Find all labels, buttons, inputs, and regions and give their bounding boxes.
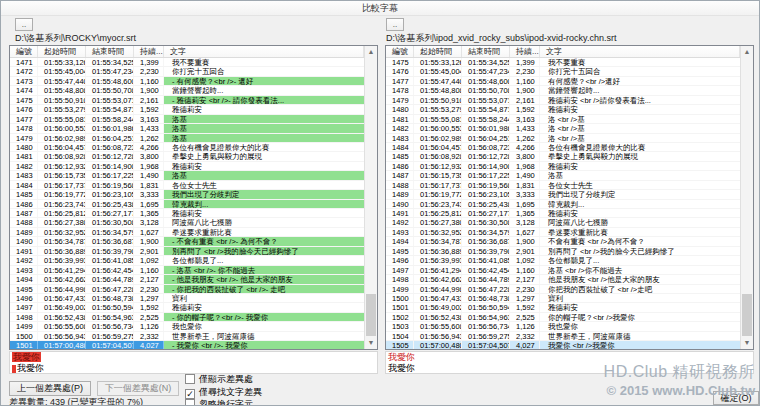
- subtitle-row[interactable]: 148601:56:12,93201:56:14,9001,968雅德莉安: [386, 162, 740, 171]
- subtitle-row[interactable]: 149401:56:42,66201:56:44,7892,127- 他是我朋友…: [10, 275, 364, 284]
- subtitle-row[interactable]: 148301:56:15,73501:56:17,2251,490洛基: [10, 171, 364, 180]
- subtitle-row[interactable]: 147301:55:47,44001:55:48,6001,160- 有何感覺？…: [10, 77, 364, 86]
- subtitle-row[interactable]: 147101:55:33,12601:55:34,5251,399我不要重賽: [10, 58, 364, 67]
- subtitle-row[interactable]: 148501:56:08,92801:56:12,7283,800拳擊史上勇氣與…: [386, 152, 740, 161]
- cell-end: 01:57:04,507: [462, 341, 510, 349]
- subtitle-row[interactable]: 147801:55:48,80801:55:50,7081,900當鐘聲響起時.…: [386, 86, 740, 95]
- subtitle-row[interactable]: 148001:55:53,27901:55:54,8711,592雅德莉安: [386, 105, 740, 114]
- subtitle-row[interactable]: 148901:56:19,77201:56:23,1053,333我們出現了分歧…: [386, 190, 740, 199]
- subtitle-row[interactable]: 147501:55:50,91001:55:53,0712,161- 雅德莉安 …: [10, 96, 364, 105]
- cell-text: 各位有機會見證最偉大的比賽: [540, 143, 740, 151]
- scrollbar-thumb[interactable]: [742, 294, 752, 336]
- subtitle-row[interactable]: 149901:56:44,99801:56:47,2282,230你把我的西裝扯…: [386, 285, 740, 294]
- subtitle-row[interactable]: 147801:56:00,55301:56:01,9861,433洛基: [10, 124, 364, 133]
- subtitle-row[interactable]: 149501:56:36,88901:56:39,7902,901別再問了 <b…: [386, 247, 740, 256]
- right-scrollbar[interactable]: ▲ ▼: [740, 46, 753, 349]
- subtitle-row[interactable]: 149001:56:34,78701:56:36,6871,900- 不會有重賽…: [10, 237, 364, 246]
- subtitle-row[interactable]: 148801:56:17,73701:56:19,5681,831各位女士先生: [386, 181, 740, 190]
- column-header-duration[interactable]: 持續...: [510, 46, 540, 57]
- subtitle-row[interactable]: 149101:56:36,88901:56:39,7902,901別再問了 <b…: [10, 247, 364, 256]
- subtitle-row[interactable]: 148601:56:23,74301:56:25,4381,695韓克裁判...: [10, 200, 364, 209]
- scroll-down-icon[interactable]: ▼: [365, 337, 377, 349]
- subtitle-row[interactable]: 149801:56:42,66201:56:44,7892,127他是我朋友 <…: [386, 275, 740, 284]
- subtitle-row[interactable]: 148301:56:02,98901:56:04,2511,262洛 <br /…: [386, 134, 740, 143]
- subtitle-row[interactable]: 148201:56:00,55301:56:01,9861,433洛 <br /…: [386, 124, 740, 133]
- column-header-start[interactable]: 起始時間: [38, 46, 86, 57]
- subtitle-row[interactable]: 148401:56:17,73701:56:19,5681,831各位女士先生: [10, 181, 364, 190]
- subtitle-row[interactable]: 149901:56:55,60801:56:56,7341,126我也愛你: [10, 322, 364, 331]
- subtitle-row[interactable]: 149101:56:25,81201:56:27,1771,365雅德莉安: [386, 209, 740, 218]
- checkbox-ignore-linebreaks[interactable]: 忽略換行字元: [185, 399, 253, 406]
- subtitle-row[interactable]: 149001:56:23,74301:56:25,4381,695韓克裁判...: [386, 200, 740, 209]
- subtitle-row[interactable]: 148101:55:55,08101:55:58,2443,163洛 <br /…: [386, 115, 740, 124]
- cell-dur: 2,230: [510, 285, 540, 293]
- checkbox-icon[interactable]: [185, 399, 195, 406]
- left-scrollbar[interactable]: ▲ ▼: [364, 46, 377, 349]
- subtitle-row[interactable]: 148001:56:04,45701:56:08,7234,266各位有機會見證…: [10, 143, 364, 152]
- checkbox-show-only-differences[interactable]: 僅顯示差異處: [185, 374, 253, 385]
- subtitle-row[interactable]: 148101:56:08,92801:56:12,7283,800拳擊史上勇氣與…: [10, 152, 364, 161]
- subtitle-row[interactable]: 147401:55:48,80801:55:50,7081,900當鐘聲響起時.…: [10, 86, 364, 95]
- subtitle-row[interactable]: 147501:55:33,12601:55:34,5251,399我不要重賽: [386, 58, 740, 67]
- subtitle-row[interactable]: 150401:56:56,94301:56:59,2752,332世界新拳王，阿…: [386, 332, 740, 341]
- column-header-end[interactable]: 結束時間: [86, 46, 134, 57]
- scroll-up-icon[interactable]: ▲: [741, 46, 753, 58]
- subtitle-row[interactable]: 149201:56:39,99301:56:41,0851,092各位都聽見了.…: [10, 256, 364, 265]
- scroll-down-icon[interactable]: ▼: [741, 337, 753, 349]
- subtitle-row[interactable]: 149401:56:34,78701:56:36,6871,900不會有重賽 <…: [386, 237, 740, 246]
- column-header-id[interactable]: 編號: [10, 46, 38, 57]
- cell-id: 1473: [10, 77, 38, 85]
- subtitle-row[interactable]: 147601:55:53,27901:55:54,8711,592雅德莉安: [10, 105, 364, 114]
- column-header-start[interactable]: 起始時間: [414, 46, 462, 57]
- browse-right-button[interactable]: ..: [386, 18, 404, 31]
- column-header-duration[interactable]: 持續...: [134, 46, 164, 57]
- subtitle-row[interactable]: 148901:56:32,95201:56:34,5791,627拳迷要求重新比…: [10, 228, 364, 237]
- subtitle-row[interactable]: 149601:56:39,99301:56:41,0851,092各位都聽見了.…: [386, 256, 740, 265]
- subtitle-row[interactable]: 149201:56:27,38001:56:30,5083,128阿波羅八比七獲…: [386, 218, 740, 227]
- subtitle-row[interactable]: 148701:56:15,73501:56:17,2251,490洛基: [386, 171, 740, 180]
- subtitle-row[interactable]: 149301:56:32,95201:56:34,5791,627拳迷要求重新比…: [386, 228, 740, 237]
- subtitle-row[interactable]: 149301:56:41,29401:56:42,4541,160- 洛基 <b…: [10, 266, 364, 275]
- subtitle-row[interactable]: 150101:56:49,00201:56:50,5941,592雅德莉安: [386, 303, 740, 312]
- cell-end: 01:56:50,594: [86, 303, 134, 311]
- browse-left-button[interactable]: ..: [15, 18, 33, 31]
- ok-button[interactable]: 確定(O): [713, 391, 759, 405]
- subtitle-row[interactable]: 148401:56:04,45701:56:08,7234,266各位有機會見證…: [386, 143, 740, 152]
- subtitle-row[interactable]: 149601:56:47,43301:56:48,7301,297寶利: [10, 294, 364, 303]
- subtitle-row[interactable]: 148501:56:19,77201:56:23,1053,333我們出現了分歧…: [10, 190, 364, 199]
- subtitle-row[interactable]: 147601:55:45,00401:55:47,2342,230你打完十五回合: [386, 67, 740, 76]
- subtitle-row[interactable]: 150001:56:56,94301:56:59,2752,332世界新拳王，阿…: [10, 332, 364, 341]
- scrollbar-thumb[interactable]: [366, 294, 376, 336]
- subtitle-row[interactable]: 149501:56:44,99801:56:47,2282,230- 你把我的西…: [10, 285, 364, 294]
- subtitle-row[interactable]: 147701:55:55,08101:55:58,2443,163洛基: [10, 115, 364, 124]
- scroll-up-icon[interactable]: ▲: [365, 46, 377, 58]
- subtitle-row[interactable]: 149701:56:49,00201:56:50,5941,592雅德莉安: [10, 303, 364, 312]
- column-header-text[interactable]: 文字: [164, 46, 364, 57]
- column-header-id[interactable]: 編號: [386, 46, 414, 57]
- checkbox-icon[interactable]: [185, 374, 195, 384]
- subtitle-row[interactable]: 148801:56:27,38001:56:30,5083,128阿波羅八比七獲…: [10, 218, 364, 227]
- subtitle-row[interactable]: 150101:57:00,48001:57:04,5074,027- 我愛你 <…: [10, 341, 364, 350]
- previous-difference-button[interactable]: 上一個差異處(P): [9, 381, 91, 396]
- subtitle-row[interactable]: 148701:56:25,81201:56:27,1771,365雅德莉安: [10, 209, 364, 218]
- subtitle-row[interactable]: 150501:57:00,48001:57:04,5074,027我愛你 <br…: [386, 341, 740, 350]
- checkbox-icon[interactable]: [185, 389, 195, 399]
- subtitle-row[interactable]: 150201:56:52,43801:56:54,9632,525你的帽子呢？<…: [386, 313, 740, 322]
- diff-plain-text: 我愛你: [388, 363, 415, 373]
- subtitle-row[interactable]: 150001:56:47,43301:56:48,7301,297寶利: [386, 294, 740, 303]
- cell-end: 01:56:25,438: [86, 200, 134, 208]
- subtitle-row[interactable]: 147201:55:45,00401:55:47,2342,230你打完十五回合: [10, 67, 364, 76]
- subtitle-row[interactable]: 149701:56:41,29401:56:42,4541,160洛基 <br …: [386, 266, 740, 275]
- subtitle-row[interactable]: 149801:56:52,43801:56:54,9632,525- 你的帽子呢…: [10, 313, 364, 322]
- cell-end: 01:55:48,600: [462, 77, 510, 85]
- checkbox-only-text-differences[interactable]: 僅尋找文字差異: [185, 387, 262, 398]
- column-header-end[interactable]: 結束時間: [462, 46, 510, 57]
- subtitle-row[interactable]: 147701:55:47,44001:55:48,6001,160有何感覺？<b…: [386, 77, 740, 86]
- cell-end: 01:56:41,085: [462, 256, 510, 264]
- next-difference-button[interactable]: 下一個差異處(N): [97, 381, 179, 396]
- subtitle-row[interactable]: 150301:56:55,60801:56:56,7341,126我也愛你: [386, 322, 740, 331]
- subtitle-row[interactable]: 147901:55:50,91001:55:53,0712,161雅德莉安 <b…: [386, 96, 740, 105]
- column-header-text[interactable]: 文字: [540, 46, 740, 57]
- subtitle-row[interactable]: 148201:56:12,93201:56:14,9001,968雅德莉安: [10, 162, 364, 171]
- subtitle-row[interactable]: 147901:56:02,98901:56:04,2511,262洛基: [10, 134, 364, 143]
